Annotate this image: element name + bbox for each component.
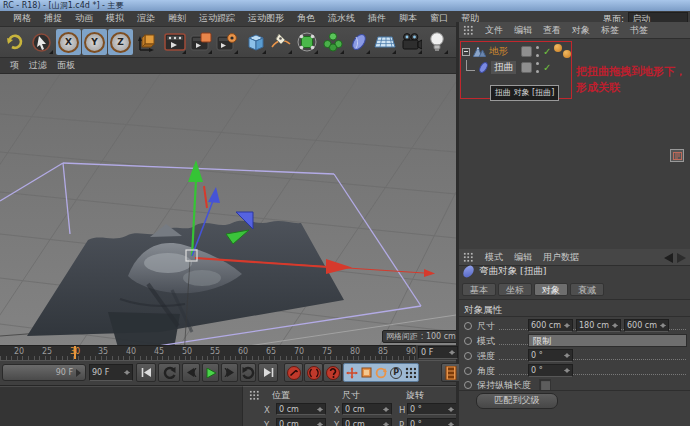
goto-end-button[interactable]: [258, 363, 278, 382]
spinner-arrows-icon[interactable]: [124, 367, 130, 378]
anim-dot-icon[interactable]: [464, 337, 472, 345]
size-y-input[interactable]: 180 cm: [576, 319, 621, 332]
lock-x-axis-button[interactable]: X: [56, 29, 81, 55]
history-nav-icons[interactable]: [664, 253, 686, 263]
spline-pen-button[interactable]: [268, 29, 293, 55]
anim-dot-icon[interactable]: [464, 352, 472, 360]
deformer-button[interactable]: [346, 29, 371, 55]
title-bar: RC - R18) - [山洞1.c4d *] - 主要: [0, 0, 690, 11]
menu-render[interactable]: 渲染: [137, 12, 155, 25]
menu-pipeline[interactable]: 流水线: [328, 12, 355, 25]
menu-snap[interactable]: 捕捉: [44, 12, 62, 25]
frame-offset-field[interactable]: 0 F: [418, 346, 458, 359]
om-menu-view[interactable]: 查看: [543, 24, 561, 37]
render-view-button[interactable]: [162, 29, 187, 55]
menu-sculpt[interactable]: 雕刻: [168, 12, 186, 25]
menu-window[interactable]: 窗口: [430, 12, 448, 25]
timeline-playhead[interactable]: [74, 346, 76, 359]
tab-object[interactable]: 对象: [534, 283, 568, 296]
angle-input[interactable]: 0 °: [528, 364, 573, 377]
live-selection-button[interactable]: [29, 29, 54, 55]
ruler-tick: 55: [210, 347, 220, 356]
lock-z-axis-button[interactable]: Z: [108, 29, 133, 55]
subdivision-surface-button[interactable]: [294, 29, 319, 55]
fit-to-parent-button[interactable]: 匹配到父级: [476, 393, 558, 409]
current-frame-field[interactable]: 90 F: [89, 364, 133, 381]
key-pla-icon[interactable]: [405, 367, 416, 378]
am-menu-edit[interactable]: 编辑: [514, 251, 532, 264]
menu-plugins[interactable]: 插件: [368, 12, 386, 25]
grip-icon[interactable]: [249, 390, 260, 400]
spinner-arrows-icon[interactable]: [449, 347, 455, 358]
render-picture-viewer-button[interactable]: [188, 29, 213, 55]
undo-button[interactable]: [2, 29, 27, 55]
om-menu-edit[interactable]: 编辑: [514, 24, 532, 37]
camera-button[interactable]: [398, 29, 423, 55]
next-key-button[interactable]: [221, 363, 238, 382]
menu-animate[interactable]: 动画: [75, 12, 93, 25]
viewport-menu-options[interactable]: 项: [10, 59, 19, 72]
menu-script[interactable]: 脚本: [399, 12, 417, 25]
viewport-3d[interactable]: [0, 74, 456, 345]
om-menu-bookmarks[interactable]: 书签: [630, 24, 648, 37]
om-menu-tags[interactable]: 标签: [601, 24, 619, 37]
size-x-field[interactable]: 0 cm: [342, 403, 392, 415]
om-menu-objects[interactable]: 对象: [572, 24, 590, 37]
tab-basic[interactable]: 基本: [462, 283, 496, 296]
menu-simulate[interactable]: 模拟: [106, 12, 124, 25]
goto-start-button[interactable]: [136, 363, 156, 382]
previous-key-button[interactable]: [182, 363, 200, 382]
key-parameter-icon[interactable]: P: [390, 367, 402, 379]
tab-coord[interactable]: 坐标: [498, 283, 532, 296]
panel-mini-icon[interactable]: [670, 149, 684, 162]
menu-character[interactable]: 角色: [297, 12, 315, 25]
grip-icon[interactable]: [463, 252, 474, 262]
anim-dot-icon[interactable]: [464, 322, 472, 330]
keyframe-selection-button[interactable]: [323, 363, 342, 382]
material-manager-empty[interactable]: [0, 386, 242, 426]
size-y-field[interactable]: 0 cm: [342, 418, 392, 426]
play-forwards-loop-button[interactable]: [240, 363, 256, 382]
anim-dot-icon[interactable]: [464, 381, 472, 389]
size-z-input[interactable]: 600 cm: [624, 319, 669, 332]
viewport-menu-panel[interactable]: 面板: [57, 59, 75, 72]
camera-icon: [400, 32, 422, 52]
play-backwards-loop-button[interactable]: [158, 363, 180, 382]
size-x-input[interactable]: 600 cm: [528, 319, 573, 332]
rotation-p-field[interactable]: 0 °: [407, 418, 456, 426]
play-button[interactable]: [202, 363, 219, 382]
environment-floor-button[interactable]: [372, 29, 397, 55]
rotation-h-field[interactable]: 0 °: [407, 403, 456, 415]
menu-mograph[interactable]: 运动图形: [248, 12, 284, 25]
divider: [459, 390, 690, 391]
position-x-field[interactable]: 0 cm: [276, 403, 326, 415]
timeline-ruler[interactable]: 20 25 30 35 40 45 50 55 60 65 70 75 80 8…: [0, 345, 416, 360]
menu-motion-tracker[interactable]: 运动跟踪: [199, 12, 235, 25]
lock-y-axis-button[interactable]: Y: [82, 29, 107, 55]
coordinate-system-button[interactable]: [134, 29, 159, 55]
range-handle-icon[interactable]: [75, 369, 82, 377]
light-button[interactable]: [424, 29, 449, 55]
add-cube-button[interactable]: [242, 29, 267, 55]
grip-icon[interactable]: [463, 25, 474, 35]
record-keyframe-button[interactable]: [284, 363, 303, 382]
viewport-menu-filter[interactable]: 过滤: [29, 59, 47, 72]
am-menu-userdata[interactable]: 用户数据: [543, 251, 579, 264]
keying-settings-button[interactable]: [441, 363, 461, 382]
om-menu-file[interactable]: 文件: [485, 24, 503, 37]
strength-input[interactable]: 0 °: [528, 349, 573, 362]
render-settings-button[interactable]: [214, 29, 239, 55]
preview-range-slider[interactable]: 90 F: [2, 364, 86, 381]
key-rotation-icon[interactable]: [375, 367, 387, 379]
key-scale-icon[interactable]: [361, 367, 372, 378]
mograph-button[interactable]: [320, 29, 345, 55]
autokey-button[interactable]: [304, 363, 323, 382]
ruler-tick: 20: [14, 347, 24, 356]
am-menu-mode[interactable]: 模式: [485, 251, 503, 264]
mode-dropdown[interactable]: 限制: [528, 334, 687, 347]
key-position-icon[interactable]: [346, 367, 358, 379]
anim-dot-icon[interactable]: [464, 367, 472, 375]
menu-mesh[interactable]: 网格: [13, 12, 31, 25]
position-y-field[interactable]: 0 cm: [276, 418, 326, 426]
tab-falloff[interactable]: 衰减: [570, 283, 604, 296]
